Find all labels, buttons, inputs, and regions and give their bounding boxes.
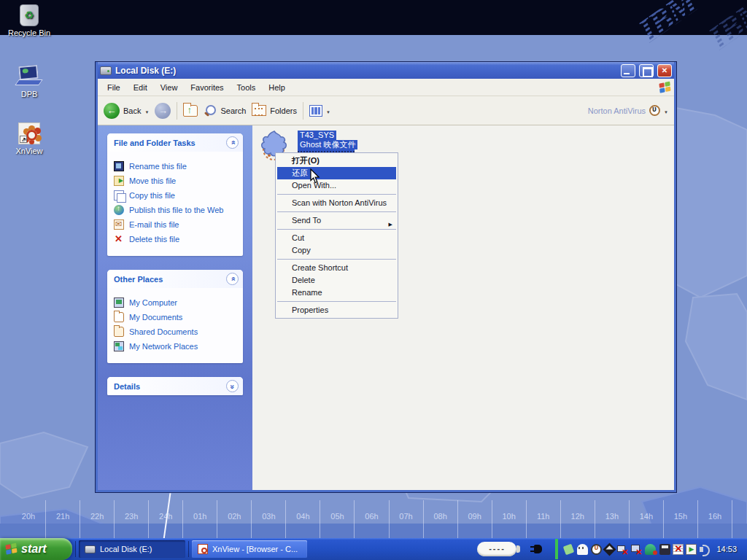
search-button[interactable]: Search bbox=[204, 104, 246, 117]
menu-item-create-shortcut[interactable]: Create Shortcut bbox=[276, 262, 398, 274]
ruler-label: 23h bbox=[115, 512, 148, 521]
taskbar-clock[interactable]: 14:53 bbox=[716, 545, 737, 553]
task-delete-this-file[interactable]: Delete this file bbox=[114, 234, 239, 244]
menu-favorites[interactable]: Favorites bbox=[184, 81, 230, 94]
menu-separator bbox=[277, 211, 396, 212]
file-and-folder-tasks-box: File and Folder Tasks » Rename this file… bbox=[107, 133, 243, 256]
file-tasks-header[interactable]: File and Folder Tasks » bbox=[107, 133, 243, 152]
menu-item-copy[interactable]: Copy bbox=[276, 244, 398, 257]
xnview-icon bbox=[18, 122, 40, 144]
context-menu: 打开(O) 还原 Open With... Scan with Norton A… bbox=[275, 152, 398, 319]
laptop-icon bbox=[15, 64, 43, 88]
menu-item-rename[interactable]: Rename bbox=[276, 287, 398, 299]
ruler-label: 13h bbox=[595, 512, 629, 521]
desktop-icon-xnview[interactable]: XnView bbox=[3, 122, 55, 155]
tray-disabled-device-icon[interactable] bbox=[673, 544, 684, 555]
expand-chevron-icon[interactable]: » bbox=[226, 380, 239, 392]
collapse-chevron-icon[interactable]: » bbox=[226, 273, 239, 285]
norton-antivirus-icon bbox=[649, 105, 660, 116]
desktop: IBM IBM 20h 21h 22h 23h 24h 01h 02h 03h … bbox=[0, 0, 747, 560]
battery-meter[interactable]: ---- bbox=[477, 542, 516, 556]
menu-separator bbox=[277, 259, 396, 260]
place-my-network-places[interactable]: My Network Places bbox=[114, 341, 239, 351]
tray-norton-antivirus-icon[interactable] bbox=[591, 544, 602, 555]
maximize-button[interactable] bbox=[639, 64, 654, 77]
taskbar-button-local-disk[interactable]: Local Disk (E:) bbox=[79, 540, 185, 558]
back-button[interactable]: Back bbox=[104, 103, 149, 119]
menu-item-open[interactable]: 打开(O) bbox=[276, 155, 398, 167]
menu-item-cut[interactable]: Cut bbox=[276, 232, 398, 244]
task-copy-this-file[interactable]: Copy this file bbox=[114, 190, 239, 201]
task-publish-this-file[interactable]: Publish this file to the Web bbox=[114, 205, 239, 215]
up-button[interactable] bbox=[183, 105, 198, 117]
ruler-label: 12h bbox=[561, 512, 595, 521]
close-button[interactable] bbox=[657, 64, 672, 77]
network-places-icon bbox=[114, 341, 124, 351]
menu-item-open-with[interactable]: Open With... bbox=[276, 179, 398, 192]
menu-bar: File Edit View Favorites Tools Help bbox=[98, 79, 674, 96]
menu-help[interactable]: Help bbox=[262, 81, 292, 94]
folders-icon bbox=[252, 105, 266, 116]
other-places-header[interactable]: Other Places » bbox=[107, 270, 243, 288]
task-email-this-file[interactable]: E-mail this file bbox=[114, 219, 239, 230]
menu-file[interactable]: File bbox=[101, 81, 127, 94]
taskbar-separator bbox=[188, 541, 189, 557]
toolbar-separator bbox=[177, 102, 177, 120]
ruler-label: 11h bbox=[527, 512, 560, 521]
forward-button[interactable] bbox=[155, 103, 171, 119]
ac-power-plug-icon bbox=[529, 543, 545, 555]
minimize-button[interactable] bbox=[621, 64, 635, 77]
details-header[interactable]: Details » bbox=[107, 377, 243, 395]
tray-ghost-icon[interactable] bbox=[577, 544, 588, 555]
menu-item-restore[interactable]: 还原 bbox=[277, 167, 396, 179]
ruler-label: 14h bbox=[630, 512, 663, 521]
norton-dropdown-caret-icon bbox=[664, 106, 668, 115]
norton-antivirus-button[interactable]: Norton AntiVirus bbox=[588, 105, 668, 116]
ruler-label: 08h bbox=[424, 512, 457, 521]
ruler-label: 16h bbox=[698, 512, 732, 521]
menu-edit[interactable]: Edit bbox=[127, 81, 154, 94]
recycle-bin-icon bbox=[20, 4, 39, 26]
place-my-computer[interactable]: My Computer bbox=[114, 298, 239, 308]
place-my-documents[interactable]: My Documents bbox=[114, 312, 239, 322]
menu-separator bbox=[277, 301, 396, 302]
tray-messenger-icon[interactable] bbox=[645, 544, 656, 555]
task-move-this-file[interactable]: Move this file bbox=[114, 176, 239, 186]
move-icon bbox=[114, 176, 124, 186]
title-bar[interactable]: Local Disk (E:) bbox=[98, 62, 674, 79]
tray-volume-icon[interactable] bbox=[699, 544, 710, 555]
start-flag-icon bbox=[5, 542, 18, 555]
menu-tools[interactable]: Tools bbox=[231, 81, 263, 94]
details-box: Details » bbox=[107, 377, 243, 395]
tray-connector-icon[interactable] bbox=[563, 543, 574, 554]
folders-button[interactable]: Folders bbox=[252, 105, 297, 116]
system-tray: 14:53 bbox=[555, 538, 747, 560]
ruler-label: 05h bbox=[320, 512, 354, 521]
tray-network-disconnected-icon[interactable] bbox=[630, 544, 641, 555]
tray-print-monitor-icon[interactable] bbox=[659, 544, 670, 555]
drive-icon bbox=[85, 545, 96, 553]
rename-icon bbox=[114, 161, 124, 171]
menu-item-delete[interactable]: Delete bbox=[276, 274, 398, 287]
desktop-icon-label: Recycle Bin bbox=[8, 28, 50, 37]
tray-wireless-disconnected-icon[interactable] bbox=[617, 544, 628, 555]
tray-media-player-icon[interactable] bbox=[686, 544, 697, 555]
tray-mail-icon[interactable] bbox=[603, 542, 616, 556]
menu-item-send-to[interactable]: Send To▶ bbox=[276, 214, 398, 227]
task-rename-this-file[interactable]: Rename this file bbox=[114, 161, 239, 171]
menu-view[interactable]: View bbox=[154, 81, 185, 94]
ruler-label: 06h bbox=[355, 512, 388, 521]
back-dropdown-caret-icon[interactable] bbox=[144, 106, 149, 115]
collapse-chevron-icon[interactable]: » bbox=[226, 136, 239, 149]
start-button[interactable]: start bbox=[0, 538, 72, 560]
task-pane: File and Folder Tasks » Rename this file… bbox=[98, 125, 252, 490]
file-type: Ghost 映像文件 bbox=[298, 140, 357, 149]
desktop-icon-recycle-bin[interactable]: Recycle Bin bbox=[3, 4, 55, 37]
menu-item-scan-norton[interactable]: Scan with Norton AntiVirus bbox=[276, 197, 398, 209]
menu-item-properties[interactable]: Properties bbox=[276, 304, 398, 316]
taskbar-button-xnview[interactable]: XnView - [Browser - C... bbox=[192, 540, 307, 558]
ruler-label: 22h bbox=[80, 512, 114, 521]
place-shared-documents[interactable]: Shared Documents bbox=[114, 327, 239, 337]
views-button[interactable] bbox=[309, 105, 330, 117]
desktop-icon-dpb[interactable]: DPB bbox=[3, 64, 55, 98]
